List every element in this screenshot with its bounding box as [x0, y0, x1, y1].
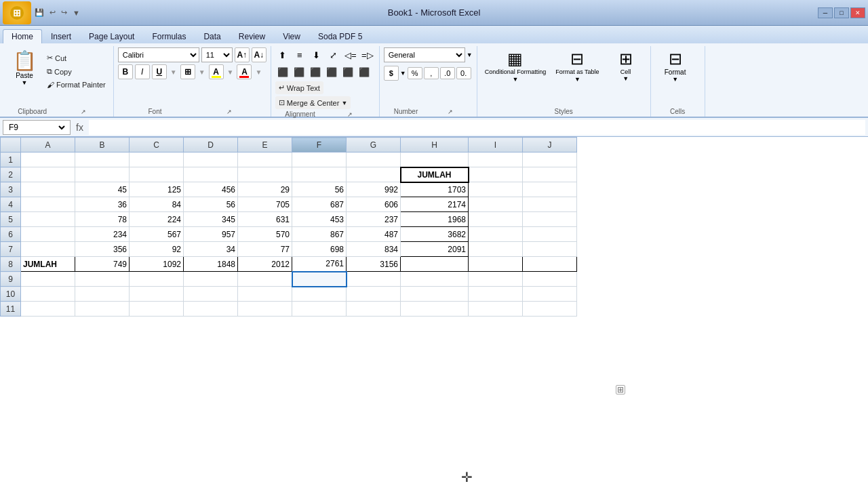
percent-button[interactable]: % — [408, 67, 422, 79]
cell-G7[interactable]: 834 — [347, 242, 401, 257]
cell-I11[interactable] — [469, 302, 523, 317]
row-header-1[interactable]: 1 — [1, 152, 21, 167]
tab-review[interactable]: Review — [230, 29, 274, 43]
row-header-2[interactable]: 2 — [1, 167, 21, 182]
cell-E1[interactable] — [238, 152, 292, 167]
cell-I3[interactable] — [469, 182, 523, 197]
cell-J10[interactable] — [523, 287, 577, 302]
row-header-8[interactable]: 8 — [1, 257, 21, 272]
row-header-10[interactable]: 10 — [1, 287, 21, 302]
cell-A1[interactable] — [21, 152, 75, 167]
cell-F7[interactable]: 698 — [292, 242, 347, 257]
format-table-dropdown[interactable]: ▼ — [574, 76, 580, 83]
cell-H11[interactable] — [401, 302, 469, 317]
col-header-D[interactable]: D — [184, 138, 238, 152]
redo-button[interactable]: ↪ — [59, 7, 69, 18]
cell-B11[interactable] — [75, 302, 130, 317]
cell-F10[interactable] — [292, 287, 347, 302]
format-dropdown[interactable]: ▼ — [672, 76, 678, 83]
cell-A8[interactable]: JUMLAH — [21, 257, 75, 272]
tab-data[interactable]: Data — [195, 29, 229, 43]
autofill-corner[interactable]: ⊞ — [616, 385, 625, 394]
text-direction-button[interactable]: ⤢ — [326, 47, 341, 62]
cell-E2[interactable] — [238, 167, 292, 182]
cell-J9[interactable] — [523, 272, 577, 287]
cell-E11[interactable] — [238, 302, 292, 317]
number-expand-btn[interactable]: ▼ — [467, 52, 473, 58]
col-header-G[interactable]: G — [347, 138, 401, 152]
close-button[interactable]: ✕ — [850, 7, 865, 18]
cell-C9[interactable] — [130, 272, 184, 287]
cell-E4[interactable]: 705 — [238, 197, 292, 212]
cell-J3[interactable] — [523, 182, 577, 197]
cell-A11[interactable] — [21, 302, 75, 317]
cell-B5[interactable]: 78 — [75, 212, 130, 227]
cell-F4[interactable]: 687 — [292, 197, 347, 212]
indent-decrease-button[interactable]: ◁= — [343, 47, 358, 62]
decrease-font-btn[interactable]: A↓ — [252, 47, 267, 62]
clipboard-expand[interactable]: ↗ — [58, 108, 108, 115]
italic-button[interactable]: I — [135, 64, 150, 79]
cell-B2[interactable] — [75, 167, 130, 182]
paste-button[interactable]: 📋 Paste ▼ — [7, 47, 42, 88]
cell-E9[interactable] — [238, 272, 292, 287]
indent-increase-button[interactable]: =▷ — [360, 47, 375, 62]
cell-D9[interactable] — [184, 272, 238, 287]
row-header-6[interactable]: 6 — [1, 227, 21, 242]
cell-J7[interactable] — [523, 242, 577, 257]
cell-H8[interactable] — [401, 257, 469, 272]
col-header-J[interactable]: J — [523, 138, 577, 152]
row-header-7[interactable]: 7 — [1, 242, 21, 257]
font-family-select[interactable]: Calibri — [118, 47, 199, 62]
cell-D10[interactable] — [184, 287, 238, 302]
tab-insert[interactable]: Insert — [42, 29, 80, 43]
cell-J4[interactable] — [523, 197, 577, 212]
save-qat-button[interactable]: 💾 — [33, 7, 46, 18]
align-left-button[interactable]: ⬛ — [275, 64, 290, 79]
formula-input[interactable] — [89, 120, 865, 135]
cell-I9[interactable] — [469, 272, 523, 287]
increase-decimal-button[interactable]: .0 — [440, 67, 455, 79]
cell-B8[interactable]: 749 — [75, 257, 130, 272]
fill-color-button[interactable]: A — [209, 64, 224, 79]
cell-I4[interactable] — [469, 197, 523, 212]
font-expand[interactable]: ↗ — [192, 108, 267, 115]
cell-G11[interactable] — [347, 302, 401, 317]
cell-B3[interactable]: 45 — [75, 182, 130, 197]
cut-button[interactable]: ✂ Cut — [43, 52, 109, 64]
cell-E8[interactable]: 2012 — [238, 257, 292, 272]
cell-E6[interactable]: 570 — [238, 227, 292, 242]
cell-D3[interactable]: 456 — [184, 182, 238, 197]
align-middle-button[interactable]: ≡ — [292, 47, 307, 62]
align-center-button[interactable]: ⬛ — [292, 64, 307, 79]
name-box[interactable]: F9 — [3, 120, 71, 135]
cell-F8[interactable]: 2761 — [292, 257, 347, 272]
border-button[interactable]: ⊞ — [180, 64, 195, 79]
cell-C6[interactable]: 567 — [130, 227, 184, 242]
cell-I2[interactable] — [469, 167, 523, 182]
cell-F1[interactable] — [292, 152, 347, 167]
cell-I8[interactable] — [469, 257, 523, 272]
customize-qat-button[interactable]: ▼ — [71, 8, 82, 18]
copy-button[interactable]: ⧉ Copy — [43, 65, 109, 78]
cell-D6[interactable]: 957 — [184, 227, 238, 242]
col-header-I[interactable]: I — [469, 138, 523, 152]
cell-styles-dropdown[interactable]: ▼ — [623, 75, 629, 82]
cell-H6[interactable]: 3682 — [401, 227, 469, 242]
cell-H2[interactable]: JUMLAH — [401, 167, 469, 182]
cell-A4[interactable] — [21, 197, 75, 212]
cell-G2[interactable] — [347, 167, 401, 182]
row-header-4[interactable]: 4 — [1, 197, 21, 212]
cell-D4[interactable]: 56 — [184, 197, 238, 212]
cell-J2[interactable] — [523, 167, 577, 182]
alignment-expand[interactable]: ↗ — [325, 111, 375, 118]
font-size-select[interactable]: 11 — [201, 47, 233, 62]
cell-C2[interactable] — [130, 167, 184, 182]
cell-I10[interactable] — [469, 287, 523, 302]
cell-E10[interactable] — [238, 287, 292, 302]
cell-A5[interactable] — [21, 212, 75, 227]
cell-E3[interactable]: 29 — [238, 182, 292, 197]
cell-H4[interactable]: 2174 — [401, 197, 469, 212]
cell-J6[interactable] — [523, 227, 577, 242]
row-header-9[interactable]: 9 — [1, 272, 21, 287]
